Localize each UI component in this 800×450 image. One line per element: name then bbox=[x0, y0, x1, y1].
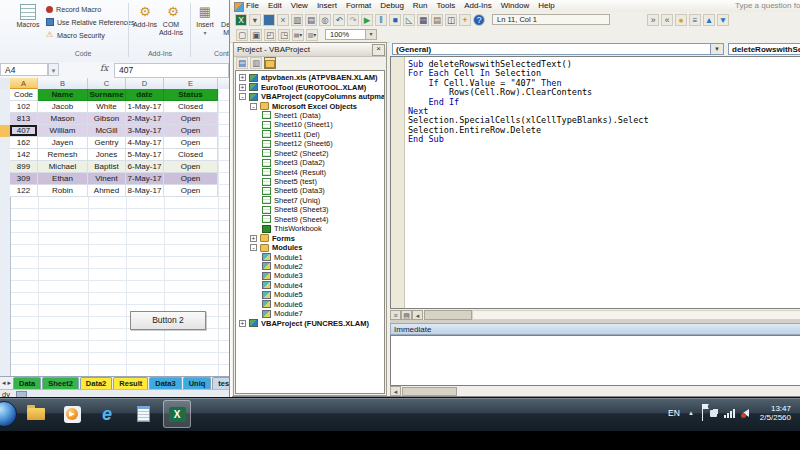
procedure-dropdown[interactable]: deleteRowswithSelectedText bbox=[728, 43, 800, 55]
scroll-left-icon[interactable]: ◂ bbox=[390, 386, 401, 396]
cell[interactable]: Status bbox=[164, 89, 218, 101]
insert-function-icon[interactable]: fx bbox=[100, 63, 108, 73]
cell[interactable]: Gibson bbox=[88, 113, 126, 125]
bookmark-icon[interactable]: ▲ bbox=[703, 14, 715, 26]
window-layout-icon-2[interactable]: ▣ bbox=[250, 29, 262, 41]
tree-item[interactable]: Sheet6 (Data3) bbox=[236, 186, 384, 195]
chevron-down-icon[interactable]: ▾ bbox=[365, 30, 376, 39]
window-layout-icon-1[interactable]: ▢ bbox=[236, 29, 248, 41]
indent-icon[interactable]: » bbox=[647, 14, 659, 26]
menu-view[interactable]: View bbox=[291, 0, 308, 12]
cell[interactable]: 1-May-17 bbox=[126, 101, 164, 113]
object-browser-icon[interactable]: ◫ bbox=[445, 14, 457, 26]
full-module-view-button[interactable]: ▤ bbox=[401, 310, 412, 320]
explorer-taskbar-button[interactable] bbox=[22, 400, 50, 428]
close-icon[interactable]: × bbox=[372, 44, 385, 56]
tree-expander[interactable]: + bbox=[250, 235, 257, 242]
cell[interactable]: Closed bbox=[164, 101, 218, 113]
type-a-question-box[interactable]: Type a question for help bbox=[735, 0, 800, 12]
cell[interactable]: Code bbox=[10, 89, 38, 101]
tree-item[interactable]: Sheet3 (Data2) bbox=[236, 158, 384, 167]
macro-security-button[interactable]: ⚠ Macro Security bbox=[46, 29, 105, 41]
cell[interactable]: Open bbox=[164, 125, 218, 137]
tree-expander[interactable]: - bbox=[250, 244, 257, 251]
visual-basic-button[interactable]: Visual Basic bbox=[0, 2, 14, 50]
record-macro-button[interactable]: Record Macro bbox=[46, 3, 101, 15]
cell[interactable]: Closed bbox=[164, 149, 218, 161]
procedure-view-button[interactable]: ≡ bbox=[390, 310, 401, 320]
tree-expander[interactable]: - bbox=[250, 103, 257, 110]
cell[interactable]: Jacob bbox=[38, 101, 88, 113]
menu-window[interactable]: Window bbox=[501, 0, 529, 12]
menu-file[interactable]: File bbox=[246, 0, 259, 12]
view-object-icon[interactable]: ▥ bbox=[250, 57, 262, 69]
zoom-combo[interactable]: 100%▾ bbox=[325, 29, 377, 40]
run-icon[interactable]: ▶ bbox=[361, 14, 373, 26]
tree-item[interactable]: +EuroTool (EUROTOOL.XLAM) bbox=[236, 82, 384, 91]
formula-input[interactable]: 407 bbox=[114, 63, 229, 78]
tree-item[interactable]: +VBAProject (FUNCRES.XLAM) bbox=[236, 318, 384, 327]
tree-expander[interactable]: + bbox=[239, 74, 246, 81]
insert-control-button[interactable]: ▦ Insert ▾ bbox=[193, 2, 217, 50]
tree-item[interactable]: Sheet8 (Sheet3) bbox=[236, 205, 384, 214]
name-box[interactable]: A4 bbox=[0, 63, 48, 76]
action-center-flag-icon[interactable] bbox=[702, 404, 703, 422]
cell[interactable]: Vinent bbox=[88, 173, 126, 185]
cell[interactable]: Remesh bbox=[38, 149, 88, 161]
tree-item[interactable]: +Forms bbox=[236, 233, 384, 242]
tree-item[interactable]: Module3 bbox=[236, 271, 384, 280]
cell[interactable]: Open bbox=[164, 185, 218, 197]
cell[interactable]: 2-May-17 bbox=[126, 113, 164, 125]
macros-button[interactable]: Macros bbox=[13, 2, 43, 50]
cell[interactable]: 407 bbox=[10, 125, 38, 137]
properties-window-icon[interactable]: ▤ bbox=[431, 14, 443, 26]
outdent-icon[interactable]: « bbox=[661, 14, 673, 26]
tree-item[interactable]: Sheet9 (Sheet4) bbox=[236, 215, 384, 224]
media-player-taskbar-button[interactable]: ▶ bbox=[58, 400, 86, 428]
menu-tools[interactable]: Tools bbox=[437, 0, 456, 12]
breakpoint-margin[interactable] bbox=[391, 57, 405, 308]
toggle-folders-icon[interactable] bbox=[264, 57, 276, 69]
immediate-window[interactable] bbox=[390, 335, 800, 386]
project-panel-title[interactable]: Project - VBAProject bbox=[234, 43, 386, 57]
cell[interactable]: 162 bbox=[10, 137, 38, 149]
menu-run[interactable]: Run bbox=[413, 0, 428, 12]
hscrollbar-thumb[interactable] bbox=[424, 310, 472, 320]
language-indicator[interactable]: EN bbox=[668, 408, 680, 418]
show-hidden-icons-button[interactable]: ▲ bbox=[688, 410, 694, 416]
tree-item[interactable]: Sheet5 (test) bbox=[236, 177, 384, 186]
column-header-E[interactable]: E bbox=[164, 78, 218, 89]
cell[interactable]: 4-May-17 bbox=[126, 137, 164, 149]
window-layout-icon-4[interactable]: ◳ bbox=[278, 29, 290, 41]
cell[interactable]: Ahmed bbox=[88, 185, 126, 197]
toolbox-icon[interactable]: + bbox=[459, 14, 471, 26]
menu-addins[interactable]: Add-Ins bbox=[464, 0, 492, 12]
excel-taskbar-button[interactable]: X bbox=[163, 400, 191, 428]
sheet-tab-data2[interactable]: Data2 bbox=[80, 377, 112, 389]
tree-item[interactable]: -VBAProject (copyColumns autpma bbox=[236, 92, 384, 101]
chevron-down-icon[interactable]: ▼ bbox=[710, 44, 723, 54]
cell[interactable]: Robin bbox=[38, 185, 88, 197]
cell[interactable]: 6-May-17 bbox=[126, 161, 164, 173]
tree-item[interactable]: Sheet7 (Uniq) bbox=[236, 196, 384, 205]
sheet-tab-data[interactable]: Data bbox=[13, 377, 41, 389]
column-header-C[interactable]: C bbox=[88, 78, 126, 89]
tree-item[interactable]: Sheet10 (Sheet1) bbox=[236, 120, 384, 129]
tree-item[interactable]: Sheet12 (Sheet6) bbox=[236, 139, 384, 148]
tree-item[interactable]: Module2 bbox=[236, 262, 384, 271]
column-header-B[interactable]: B bbox=[38, 78, 88, 89]
paste-icon[interactable]: ▤ bbox=[305, 14, 317, 26]
cell[interactable]: 142 bbox=[10, 149, 38, 161]
design-mode-button[interactable]: ◺ Design Mode bbox=[219, 2, 229, 50]
toggle-breakpoint-icon[interactable]: ● bbox=[675, 14, 687, 26]
scroll-left-icon[interactable]: ◂ bbox=[412, 310, 423, 320]
cell[interactable]: McGill bbox=[88, 125, 126, 137]
notepad-taskbar-button[interactable] bbox=[129, 400, 157, 428]
cell[interactable]: 102 bbox=[10, 101, 38, 113]
comment-block-icon[interactable]: ≡ bbox=[689, 14, 701, 26]
tree-item[interactable]: Module5 bbox=[236, 290, 384, 299]
tree-item[interactable]: Module4 bbox=[236, 281, 384, 290]
spreadsheet-grid[interactable]: CodeNameSurnamedateStatus102JacobWhite1-… bbox=[0, 89, 229, 376]
excel-view-icon[interactable]: X bbox=[235, 14, 247, 26]
cell[interactable]: 7-May-17 bbox=[126, 173, 164, 185]
